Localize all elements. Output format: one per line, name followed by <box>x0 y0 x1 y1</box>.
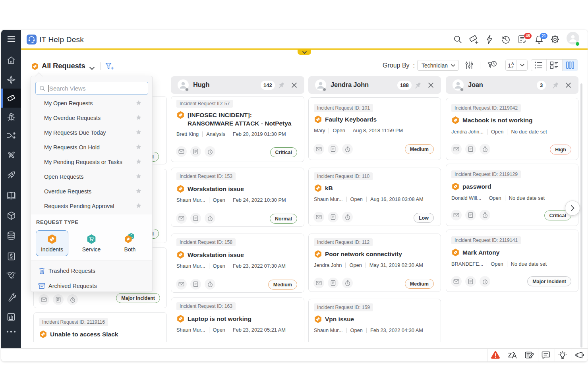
svg-text:1: 1 <box>508 62 511 69</box>
svg-text:Z: Z <box>511 65 514 69</box>
